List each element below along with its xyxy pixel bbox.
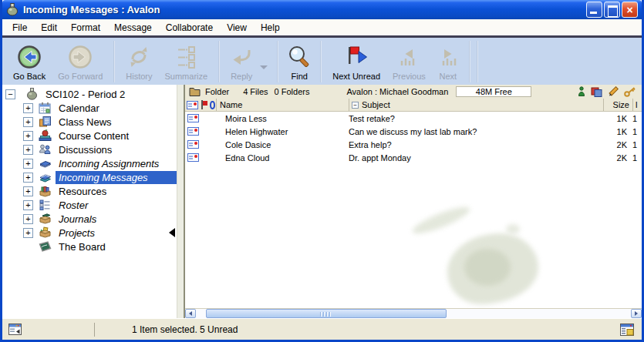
- tree-item-incoming-assignments[interactable]: + Incoming Assignments: [2, 156, 177, 170]
- watermark-island: [506, 224, 520, 234]
- previous-button[interactable]: Previous: [386, 39, 432, 84]
- message-type-column-icon[interactable]: [187, 101, 198, 109]
- toolbar-separator: [277, 41, 278, 82]
- pane-splitter[interactable]: [177, 85, 185, 318]
- maximize-button[interactable]: [604, 2, 620, 18]
- message-size: 1K: [603, 114, 631, 123]
- go-back-button[interactable]: Go Back: [7, 39, 52, 84]
- menu-view[interactable]: View: [220, 20, 254, 35]
- menu-message[interactable]: Message: [107, 20, 159, 35]
- minimize-button[interactable]: [586, 2, 602, 18]
- tree-item-class-news[interactable]: + Class News: [2, 115, 177, 129]
- class-news-icon: [39, 116, 52, 128]
- message-subject: Test retake?: [349, 114, 603, 123]
- menu-edit[interactable]: Edit: [34, 20, 64, 35]
- tree-item-calendar[interactable]: + Calendar: [2, 101, 177, 115]
- summarize-button[interactable]: Summarize: [159, 39, 214, 84]
- tree-item-course-content[interactable]: + Course Content: [2, 129, 177, 142]
- next-unread-button[interactable]: Next Unread: [326, 39, 386, 84]
- expand-box-icon[interactable]: +: [23, 228, 33, 238]
- folders-count: 0 Folders: [275, 87, 310, 96]
- tree-item-incoming-messages[interactable]: + Incoming Messages: [2, 170, 177, 184]
- subject-collapse-icon[interactable]: −: [352, 102, 359, 109]
- tree-item-label: Incoming Assignments: [56, 157, 162, 170]
- menu-help[interactable]: Help: [254, 20, 287, 35]
- horizontal-scrollbar[interactable]: [185, 308, 642, 318]
- title-bar[interactable]: Incoming Messages : Avalon ×: [2, 0, 642, 19]
- menu-collaborate[interactable]: Collaborate: [159, 20, 220, 35]
- tree-item-roster[interactable]: + Roster: [2, 198, 177, 212]
- projects-icon: [39, 226, 52, 239]
- pane-toggle-icon[interactable]: [8, 324, 22, 335]
- reply-button[interactable]: Reply: [224, 39, 258, 84]
- message-row[interactable]: Edna Cloud Dr. appt Monday 2K 1: [185, 151, 642, 164]
- unread-message-icon: [187, 153, 199, 162]
- message-last-modified: 1: [631, 114, 642, 123]
- resources-icon: [39, 185, 52, 197]
- tree-item-resources[interactable]: + Resources: [2, 184, 177, 198]
- column-header-size[interactable]: Size: [603, 99, 632, 111]
- scrollbar-thumb[interactable]: [206, 309, 447, 318]
- status-separator: [94, 323, 95, 337]
- tree-item-discussions[interactable]: + Discussions: [2, 142, 177, 156]
- unread-flag-column-icon[interactable]: [200, 100, 208, 110]
- column-header-last-modified[interactable]: l: [632, 99, 642, 111]
- message-row[interactable]: Moira Less Test retake? 1K 1: [185, 112, 642, 125]
- expand-box-icon[interactable]: +: [23, 159, 33, 169]
- board-icon: [39, 240, 52, 253]
- expand-box-icon[interactable]: +: [23, 200, 33, 210]
- expand-box-icon[interactable]: +: [23, 145, 33, 155]
- scrollbar-track[interactable]: [196, 309, 631, 318]
- go-back-icon: [16, 43, 42, 71]
- expand-box-icon[interactable]: +: [23, 214, 33, 224]
- folder-icon: [189, 87, 201, 96]
- unread-message-icon: [187, 140, 199, 149]
- tree-item-label: Course Content: [56, 129, 132, 142]
- roster-icon: [39, 199, 52, 211]
- collapse-box-icon[interactable]: −: [5, 89, 15, 99]
- main-area: − SCI102 - Period 2 + Calendar + Class N…: [2, 85, 642, 318]
- attachment-column-icon[interactable]: [210, 101, 215, 109]
- tree-item-label: Resources: [56, 185, 110, 198]
- history-icon: [126, 43, 152, 71]
- tree-item-the-board[interactable]: The Board: [2, 240, 177, 253]
- message-last-modified: 1: [631, 127, 642, 136]
- split-view-icon[interactable]: [620, 324, 634, 336]
- toolbar: Go Back Go Forward History Summarize: [2, 38, 642, 85]
- folder-permissions-icon[interactable]: [591, 87, 602, 97]
- folder-tree: − SCI102 - Period 2 + Calendar + Class N…: [2, 85, 177, 318]
- close-button[interactable]: ×: [622, 2, 638, 18]
- menu-file[interactable]: File: [5, 20, 34, 35]
- expand-box-icon[interactable]: +: [23, 131, 33, 141]
- tree-item-label: Incoming Messages: [56, 171, 177, 184]
- tree-item-sci102[interactable]: − SCI102 - Period 2: [2, 87, 177, 101]
- expand-box-icon[interactable]: +: [23, 173, 33, 183]
- pane-collapse-arrow-icon[interactable]: [169, 228, 175, 237]
- message-sender: Moira Less: [225, 114, 349, 123]
- tree-item-label: Calendar: [56, 102, 103, 115]
- scroll-right-button[interactable]: [631, 309, 642, 318]
- expand-box-icon[interactable]: +: [23, 117, 33, 127]
- column-header-subject[interactable]: − Subject: [349, 99, 603, 111]
- status-text: 1 Item selected. 5 Unread: [132, 324, 238, 335]
- menu-format[interactable]: Format: [64, 20, 107, 35]
- go-forward-button[interactable]: Go Forward: [52, 39, 109, 84]
- scroll-left-arrow-icon: [189, 311, 192, 316]
- tree-item-journals[interactable]: + Journals: [2, 212, 177, 226]
- connected-user-icon[interactable]: [578, 86, 585, 97]
- reply-dropdown-arrow-icon[interactable]: [260, 65, 268, 69]
- message-row[interactable]: Helen Highwater Can we discuss my last l…: [185, 125, 642, 138]
- message-row[interactable]: Cole Dasice Extra help? 2K 1: [185, 138, 642, 151]
- expand-box-icon[interactable]: +: [23, 186, 33, 196]
- edit-pencil-icon[interactable]: [608, 86, 619, 97]
- scroll-left-button[interactable]: [185, 309, 196, 318]
- history-button[interactable]: History: [120, 39, 158, 84]
- expand-box-icon[interactable]: +: [23, 103, 33, 113]
- app-window: Incoming Messages : Avalon × File Edit F…: [0, 0, 644, 342]
- message-last-modified: 1: [631, 140, 642, 149]
- column-header-name[interactable]: Name: [216, 99, 349, 111]
- next-button[interactable]: Next: [432, 39, 464, 84]
- admin-key-pencil-icon[interactable]: [624, 87, 637, 97]
- find-button[interactable]: Find: [283, 39, 315, 84]
- tree-item-projects[interactable]: + Projects: [2, 226, 177, 240]
